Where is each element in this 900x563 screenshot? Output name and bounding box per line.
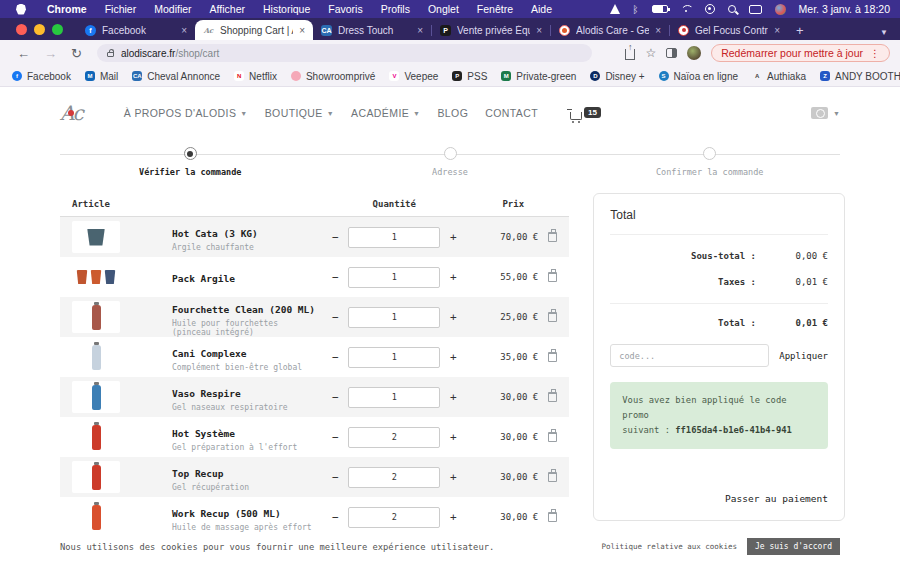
apple-icon[interactable] bbox=[16, 4, 26, 15]
bookmark-mail[interactable]: MMail bbox=[85, 71, 118, 82]
trash-icon[interactable] bbox=[548, 432, 557, 442]
menu-historique[interactable]: Historique bbox=[254, 3, 319, 15]
nav-contact[interactable]: CONTACT bbox=[485, 107, 538, 119]
increase-qty-button[interactable]: + bbox=[448, 391, 458, 404]
tab-shopping-cart-active[interactable]: Ac Shopping Cart | Alo × bbox=[195, 20, 313, 40]
menu-chrome[interactable]: Chrome bbox=[38, 3, 96, 15]
qty-input[interactable] bbox=[348, 307, 440, 328]
decrease-qty-button[interactable]: − bbox=[330, 271, 340, 284]
close-window-button[interactable] bbox=[16, 24, 27, 35]
qty-input[interactable] bbox=[348, 227, 440, 248]
qty-input[interactable] bbox=[348, 507, 440, 528]
bookmark-cheval-annonce[interactable]: CACheval Annonce bbox=[132, 71, 220, 82]
increase-qty-button[interactable]: + bbox=[448, 351, 458, 364]
maximize-window-button[interactable] bbox=[52, 24, 63, 35]
header-cart-button[interactable]: 15 bbox=[570, 107, 601, 120]
increase-qty-button[interactable]: + bbox=[448, 311, 458, 324]
cookie-accept-button[interactable]: Je suis d'accord bbox=[747, 538, 840, 555]
nav-blog[interactable]: BLOG bbox=[437, 107, 468, 119]
increase-qty-button[interactable]: + bbox=[448, 271, 458, 284]
increase-qty-button[interactable]: + bbox=[448, 431, 458, 444]
menu-fenetre[interactable]: Fenêtre bbox=[468, 3, 522, 15]
lock-icon[interactable] bbox=[107, 52, 114, 57]
tab-search-chevron-icon[interactable]: ▼ bbox=[880, 28, 888, 37]
reload-button[interactable]: ↻ bbox=[71, 46, 82, 61]
qty-input[interactable] bbox=[348, 347, 440, 368]
vlc-icon[interactable] bbox=[610, 4, 620, 14]
tab-dress-touch[interactable]: CA Dress Touch × bbox=[313, 20, 431, 40]
bookmark-authiaka[interactable]: AAuthiaka bbox=[752, 71, 806, 82]
forward-button[interactable]: → bbox=[44, 46, 57, 61]
increase-qty-button[interactable]: + bbox=[448, 231, 458, 244]
increase-qty-button[interactable]: + bbox=[448, 511, 458, 524]
menu-modifier[interactable]: Modifier bbox=[145, 3, 200, 15]
address-bar[interactable]: alodiscare.fr/shop/cart bbox=[97, 44, 592, 62]
trash-icon[interactable] bbox=[548, 232, 557, 242]
restart-to-update-button[interactable]: Redémarrer pour mettre à jour ⋮ bbox=[711, 44, 890, 62]
decrease-qty-button[interactable]: − bbox=[330, 431, 340, 444]
tab-close-icon[interactable]: × bbox=[536, 25, 542, 36]
tab-vente-privee[interactable]: P Vente privée Équita × bbox=[432, 20, 550, 40]
checkout-link[interactable]: Passer au paiement bbox=[725, 493, 828, 504]
decrease-qty-button[interactable]: − bbox=[330, 231, 340, 244]
bookmark-disney-plus[interactable]: DDisney + bbox=[590, 71, 644, 82]
bookmark-andy-booth[interactable]: ZANDY BOOTH EQ… bbox=[820, 71, 900, 82]
step-address[interactable]: Adresse bbox=[370, 147, 530, 177]
tab-close-icon[interactable]: × bbox=[655, 25, 661, 36]
share-icon[interactable] bbox=[625, 49, 635, 60]
decrease-qty-button[interactable]: − bbox=[330, 511, 340, 524]
nav-a-propos[interactable]: À PROPOS D'ALODIS▼ bbox=[124, 107, 248, 119]
bookmark-showroomprive[interactable]: Showroomprivé bbox=[291, 71, 375, 82]
decrease-qty-button[interactable]: − bbox=[330, 351, 340, 364]
battery-icon[interactable] bbox=[652, 5, 668, 13]
bookmark-private-green[interactable]: MPrivate-green bbox=[501, 71, 576, 82]
wifi-icon[interactable] bbox=[681, 5, 692, 13]
qty-input[interactable] bbox=[348, 387, 440, 408]
alodis-logo[interactable]: Ac bbox=[60, 101, 82, 125]
trash-icon[interactable] bbox=[548, 392, 557, 402]
tab-close-icon[interactable]: × bbox=[774, 25, 780, 36]
bluetooth-off-icon[interactable]: ᛒ bbox=[633, 4, 639, 15]
qty-input[interactable] bbox=[348, 427, 440, 448]
bookmark-veepee[interactable]: VVeepee bbox=[389, 71, 438, 82]
bookmark-naioa[interactable]: SNaïoa en ligne bbox=[659, 71, 739, 82]
step-verify[interactable]: Vérifier la commande bbox=[110, 147, 270, 177]
menu-afficher[interactable]: Afficher bbox=[201, 3, 254, 15]
decrease-qty-button[interactable]: − bbox=[330, 471, 340, 484]
nav-academie[interactable]: ACADÉMIE▼ bbox=[351, 107, 420, 119]
increase-qty-button[interactable]: + bbox=[448, 471, 458, 484]
tab-facebook[interactable]: f Facebook × bbox=[77, 20, 195, 40]
decrease-qty-button[interactable]: − bbox=[330, 391, 340, 404]
display-icon[interactable] bbox=[749, 5, 762, 14]
trash-icon[interactable] bbox=[548, 312, 557, 322]
minimize-window-button[interactable] bbox=[34, 24, 45, 35]
siri-icon[interactable] bbox=[775, 4, 786, 15]
menu-aide[interactable]: Aide bbox=[522, 3, 561, 15]
tab-close-icon[interactable]: × bbox=[417, 25, 423, 36]
apply-promo-button[interactable]: Appliquer bbox=[779, 351, 828, 361]
tab-close-icon[interactable]: × bbox=[299, 25, 305, 36]
trash-icon[interactable] bbox=[548, 472, 557, 482]
trash-icon[interactable] bbox=[548, 272, 557, 282]
trash-icon[interactable] bbox=[548, 352, 557, 362]
bookmark-netflix[interactable]: NNetflix bbox=[234, 71, 277, 82]
menu-fichier[interactable]: Fichier bbox=[96, 3, 146, 15]
back-button[interactable]: ← bbox=[17, 46, 30, 61]
tab-gel-focus[interactable]: Gel Focus Control × bbox=[670, 20, 788, 40]
tab-alodis-care[interactable]: Alodis Care - Gel r × bbox=[551, 20, 669, 40]
tab-close-icon[interactable]: × bbox=[181, 25, 187, 36]
new-tab-button[interactable]: + bbox=[796, 23, 804, 38]
side-panel-icon[interactable] bbox=[666, 48, 677, 58]
bookmark-facebook[interactable]: fFacebook bbox=[12, 71, 71, 82]
step-confirm[interactable]: Confirmer la commande bbox=[630, 147, 790, 177]
qty-input[interactable] bbox=[348, 467, 440, 488]
menubar-clock[interactable]: Mer. 3 janv. à 18:20 bbox=[799, 3, 890, 15]
cookie-policy-link[interactable]: Politique relative aux cookies bbox=[601, 542, 736, 551]
account-menu[interactable]: ▼ bbox=[811, 107, 840, 119]
bookmark-pss[interactable]: PPSS bbox=[452, 71, 487, 82]
decrease-qty-button[interactable]: − bbox=[330, 311, 340, 324]
menu-onglet[interactable]: Onglet bbox=[419, 3, 468, 15]
profile-avatar[interactable] bbox=[687, 46, 701, 60]
chrome-menu-icon[interactable]: ⋮ bbox=[870, 48, 880, 59]
menu-profils[interactable]: Profils bbox=[372, 3, 419, 15]
